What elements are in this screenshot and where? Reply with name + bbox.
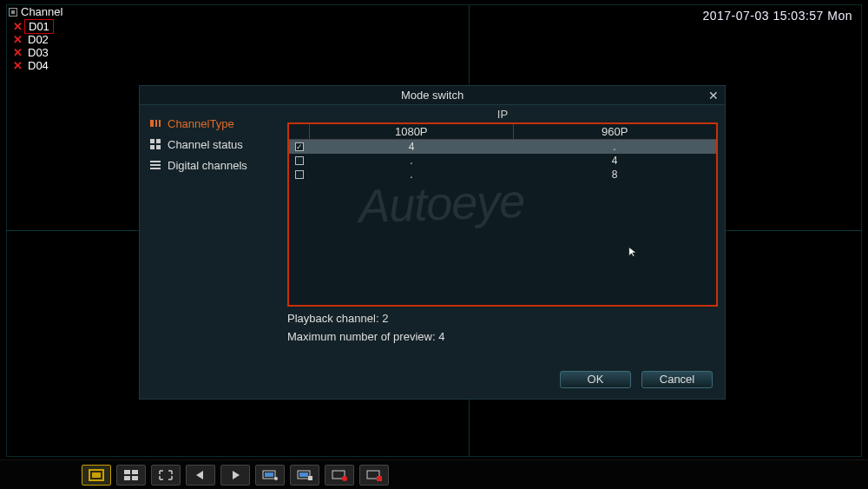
mode-switch-dialog: Mode switch ✕ ChannelTypeChannel statusD… [139, 85, 726, 400]
monitor2-icon[interactable] [290, 465, 319, 486]
cell-1080p: . [310, 168, 513, 182]
watermark: Autoeye [358, 174, 525, 234]
stop-record-icon[interactable] [359, 465, 389, 486]
cell-960p: 4 [513, 154, 716, 168]
table-row[interactable]: 4. [289, 140, 716, 154]
row-checkbox[interactable] [295, 170, 304, 179]
svg-rect-20 [299, 472, 308, 477]
sidebar-item-icon [150, 160, 161, 170]
svg-rect-13 [132, 470, 138, 474]
svg-rect-15 [132, 476, 138, 480]
table-header-1080p: 1080P [310, 124, 514, 139]
svg-rect-0 [150, 120, 154, 127]
dialog-content: IP 1080P 960P 4..4.8 Autoeye Playback ch… [287, 105, 725, 399]
playback-channel-info: Playback channel: 2 [287, 312, 718, 325]
sidebar-item-label: Channel status [168, 138, 243, 151]
cell-960p: . [513, 140, 716, 154]
channel-label: D04 [24, 59, 52, 72]
channel-item[interactable]: ✕D02 [12, 33, 62, 46]
dialog-title-bar: Mode switch ✕ [140, 86, 725, 105]
svg-rect-2 [159, 120, 161, 127]
svg-rect-11 [92, 472, 101, 478]
table-row[interactable]: .8 [289, 168, 716, 182]
svg-point-18 [274, 477, 278, 480]
sidebar-item-channeltype[interactable]: ChannelType [150, 114, 277, 133]
sidebar-item-icon [150, 139, 161, 149]
svg-rect-21 [308, 476, 312, 480]
prev-icon[interactable] [186, 465, 215, 486]
close-icon[interactable]: ✕ [706, 88, 721, 103]
svg-rect-8 [150, 164, 161, 166]
channel-item[interactable]: ✕D04 [12, 59, 62, 72]
table-header-checkbox [289, 124, 310, 139]
channel-panel-icon [9, 8, 17, 17]
cell-1080p: . [310, 154, 513, 168]
svg-rect-4 [156, 139, 161, 143]
dialog-title: Mode switch [401, 89, 464, 102]
channel-label: D03 [24, 46, 52, 59]
channel-panel-title: Channel [21, 5, 62, 18]
fullscreen-icon[interactable] [151, 465, 181, 486]
channel-panel: Channel ✕D01✕D02✕D03✕D04 [9, 5, 62, 72]
table-group-label: IP [287, 107, 718, 122]
channel-panel-header: Channel [9, 5, 62, 18]
sidebar-item-label: ChannelType [168, 117, 234, 130]
svg-rect-25 [377, 476, 382, 481]
monitor1-icon[interactable] [255, 465, 285, 486]
channel-offline-icon: ✕ [12, 21, 23, 32]
single-view-icon[interactable] [82, 465, 111, 486]
cell-960p: 8 [513, 168, 716, 182]
table-header: 1080P 960P [289, 124, 716, 140]
channel-offline-icon: ✕ [12, 47, 23, 58]
sidebar-item-digital-channels[interactable]: Digital channels [150, 155, 277, 175]
svg-rect-7 [150, 161, 161, 162]
row-checkbox[interactable] [295, 142, 304, 151]
table-header-960p: 960P [514, 124, 717, 139]
svg-rect-1 [155, 120, 157, 127]
svg-rect-12 [124, 470, 130, 474]
channel-label: D02 [24, 33, 52, 46]
svg-point-23 [342, 476, 347, 481]
sidebar-item-channel-status[interactable]: Channel status [150, 135, 277, 154]
channel-item[interactable]: ✕D01 [12, 20, 62, 33]
timestamp: 2017-07-03 15:03:57 Mon [702, 9, 852, 23]
channel-offline-icon: ✕ [12, 34, 23, 45]
next-icon[interactable] [220, 465, 250, 486]
max-preview-info: Maximum number of preview: 4 [287, 330, 718, 343]
cancel-button[interactable]: Cancel [641, 371, 713, 388]
cursor-icon [628, 246, 640, 258]
svg-rect-5 [150, 145, 155, 149]
channel-offline-icon: ✕ [12, 60, 23, 71]
table-row[interactable]: .4 [289, 154, 716, 168]
svg-rect-6 [156, 145, 161, 149]
cell-1080p: 4 [310, 140, 513, 154]
toolbar [82, 465, 389, 486]
channel-item[interactable]: ✕D03 [12, 46, 62, 59]
svg-rect-3 [150, 139, 155, 143]
mode-table: 1080P 960P 4..4.8 Autoeye [287, 122, 718, 307]
dialog-sidebar: ChannelTypeChannel statusDigital channel… [140, 105, 287, 399]
svg-rect-9 [150, 168, 161, 169]
channel-label: D01 [24, 19, 54, 34]
row-checkbox[interactable] [295, 156, 304, 165]
ok-button[interactable]: OK [560, 371, 631, 388]
dialog-buttons: OK Cancel [287, 364, 718, 392]
svg-rect-17 [265, 472, 273, 477]
record-icon[interactable] [325, 465, 354, 486]
svg-rect-14 [124, 476, 130, 480]
channel-list: ✕D01✕D02✕D03✕D04 [12, 20, 62, 72]
sidebar-item-icon [150, 118, 161, 129]
quad-view-icon[interactable] [116, 465, 146, 486]
sidebar-item-label: Digital channels [168, 159, 247, 172]
